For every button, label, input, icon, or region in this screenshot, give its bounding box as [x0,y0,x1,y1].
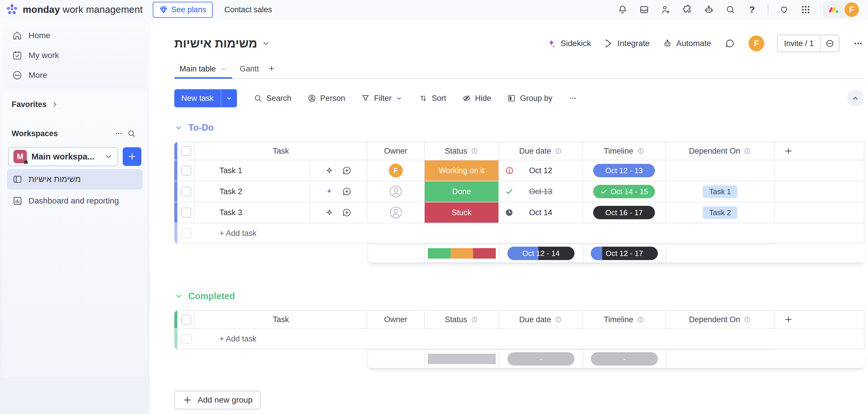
column-header-task[interactable]: Task [195,142,367,160]
user-avatar[interactable]: F [843,1,860,18]
info-icon[interactable] [555,147,562,155]
timeline-pill[interactable]: Oct 12 - 13 [593,164,655,177]
add-new-group-button[interactable]: Add new group [174,391,260,409]
column-header-status[interactable]: Status [425,311,499,328]
apps-puzzle-icon[interactable] [681,4,693,16]
sidebar-item-my-work[interactable]: My work [5,46,144,65]
new-task-caret[interactable] [221,89,237,107]
due-date-cell[interactable]: Oct 13 [499,181,583,202]
link-icon[interactable] [820,35,839,52]
timeline-cell[interactable]: Oct 12 - 13 [583,160,666,181]
status-cell[interactable]: Stuck [425,202,499,223]
task-name-cell[interactable]: Task 1 [195,160,309,181]
toolbar-more-ellipsis-icon[interactable] [562,89,583,107]
info-icon[interactable] [744,147,751,155]
toolbar-group-by[interactable]: Group by [501,89,558,107]
toolbar-search[interactable]: Search [247,89,297,107]
tab-gantt[interactable]: Gantt [235,64,265,78]
chat-plus-icon[interactable] [342,166,352,176]
search-icon[interactable] [724,4,736,16]
due-date-summary-cell[interactable]: - [499,349,583,368]
timeline-cell[interactable]: Oct 16 - 17 [583,202,666,223]
sidebar-item-home[interactable]: Home [5,26,144,46]
column-header-dependent-on[interactable]: Dependent On [666,311,775,328]
timeline-cell[interactable]: Oct 14 - 15 [583,181,666,202]
column-header-due-date[interactable]: Due date [499,142,583,160]
info-icon[interactable] [471,316,478,323]
group-todo-title[interactable]: To-Do [174,122,864,133]
vibe-heart-icon[interactable] [778,4,790,16]
integrate-button[interactable]: Integrate [604,38,650,49]
account-switcher[interactable]: F [823,1,852,18]
sparkle-color-icon[interactable] [324,186,334,197]
tab-menu-ellipsis-icon[interactable] [219,65,227,73]
info-icon[interactable] [637,147,645,155]
add-column-button[interactable] [775,311,865,328]
row-checkbox[interactable] [181,186,191,197]
toolbar-sort[interactable]: Sort [413,89,452,107]
board-menu-ellipsis-icon[interactable] [852,38,864,49]
workspaces-menu-ellipsis-icon[interactable] [112,127,125,140]
timeline-summary-cell[interactable]: Oct 12 - 17 [583,244,666,262]
timeline-pill[interactable]: Oct 16 - 17 [593,206,655,219]
column-header-due-date[interactable]: Due date [499,311,583,328]
timeline-summary-cell[interactable]: - [583,349,666,368]
see-plans-button[interactable]: See plans [153,2,213,18]
new-task-button[interactable]: New task [174,89,221,107]
owner-cell[interactable] [367,202,425,223]
row-checkbox[interactable] [181,166,191,176]
due-date-summary-cell[interactable]: Oct 12 - 14 [499,244,583,262]
bell-icon[interactable] [617,4,628,16]
board-title[interactable]: משימות אישיות [174,37,271,51]
add-workspace-item-button[interactable] [123,147,142,166]
inbox-icon[interactable] [638,4,650,16]
sparkle-outline-icon[interactable] [324,208,334,217]
select-all-checkbox[interactable] [181,315,191,325]
invite-button[interactable]: Invite / 1 [778,35,820,52]
info-icon[interactable] [471,147,478,155]
add-task-button[interactable]: + Add task [195,329,865,349]
status-summary-cell[interactable] [425,349,499,368]
dependent-chip[interactable]: Task 1 [703,185,737,198]
automate-button[interactable]: Automate [662,38,711,49]
owner-cell[interactable]: F [367,160,425,181]
workspace-selector[interactable]: M Main workspa... [8,147,118,166]
ai-bot-icon[interactable] [703,4,715,16]
product-grid-icon[interactable] [800,4,811,16]
add-column-button[interactable] [775,142,865,160]
collapse-header-button[interactable] [847,90,864,107]
help-icon[interactable]: ? [746,4,758,16]
info-icon[interactable] [555,316,562,323]
dependent-chip[interactable]: Task 2 [703,206,737,219]
row-checkbox[interactable] [181,208,191,217]
toolbar-filter[interactable]: Filter [355,89,409,107]
chat-plus-icon[interactable] [342,208,352,217]
status-cell[interactable]: Working on it [425,160,499,181]
toolbar-person[interactable]: Person [301,89,351,107]
info-icon[interactable] [637,316,645,323]
contact-sales-link[interactable]: Contact sales [224,5,272,14]
dependent-cell[interactable] [666,160,775,181]
due-date-cell[interactable]: Oct 12 [499,160,583,181]
timeline-pill[interactable]: Oct 14 - 15 [593,185,655,198]
toolbar-hide[interactable]: Hide [456,89,497,107]
column-header-timeline[interactable]: Timeline [583,142,666,160]
tab-main-table[interactable]: Main table [174,64,232,78]
column-header-owner[interactable]: Owner [367,142,425,160]
add-view-tab-button[interactable]: + [267,64,279,78]
invite-person-icon[interactable] [660,4,672,16]
column-header-timeline[interactable]: Timeline [583,311,666,328]
dependent-cell[interactable]: Task 1 [666,181,775,202]
dependent-cell[interactable]: Task 2 [666,202,775,223]
sidebar-item-more[interactable]: More [5,65,144,85]
board-member-avatar[interactable]: F [748,36,764,51]
column-header-owner[interactable]: Owner [367,311,425,328]
workspaces-search-icon[interactable] [125,127,138,140]
due-date-cell[interactable]: Oct 14 [499,202,583,223]
info-icon[interactable] [744,316,751,323]
sidekick-button[interactable]: Sidekick [546,38,591,49]
chat-bubble-icon[interactable] [724,38,736,49]
column-header-task[interactable]: Task [195,311,367,328]
select-all-checkbox[interactable] [181,146,191,156]
owner-cell[interactable] [367,181,425,202]
